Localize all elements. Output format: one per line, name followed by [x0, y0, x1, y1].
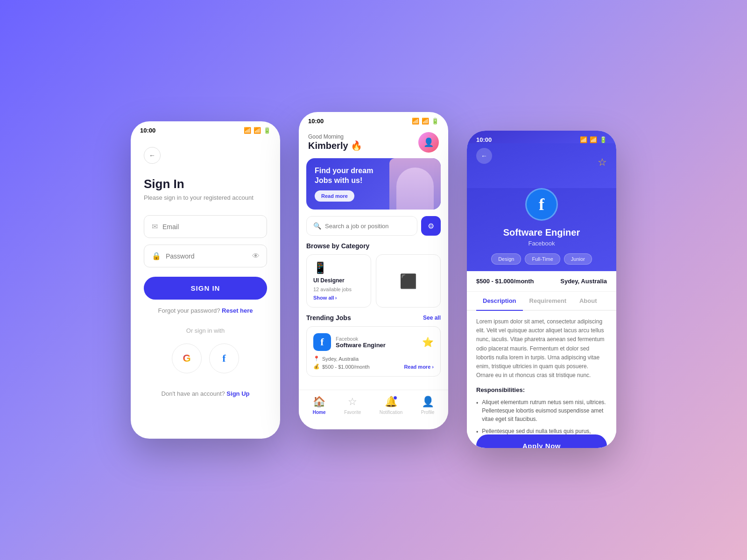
job-banner: Find your dream Jobs with us! Read more [306, 158, 441, 210]
home-icon: 🏠 [313, 396, 325, 408]
email-input[interactable] [162, 223, 259, 231]
google-button[interactable]: G [172, 343, 202, 373]
battery-icon: 🔋 [263, 127, 271, 134]
category-jobs: 12 available jobs [313, 287, 364, 292]
category-card-designer[interactable]: 📱 UI Designer 12 available jobs Show all… [306, 254, 371, 308]
company-name-large: Facebook [528, 240, 555, 247]
wifi-icon-3: 📶 [580, 136, 587, 143]
google-icon: G [183, 352, 190, 364]
white-content: $500 - $1.000/month Sydey, Australia Des… [467, 271, 616, 448]
time-1: 10:00 [140, 127, 155, 134]
tab-about[interactable]: About [573, 292, 604, 311]
banner-text: Find your dream Jobs with us! [315, 166, 389, 186]
fb-logo-icon: f [313, 333, 331, 351]
browse-section-header: Browse by Category [299, 236, 448, 254]
greeting-text: Good Morning [308, 133, 362, 140]
job-title: Software Enginer [336, 342, 417, 349]
email-field[interactable]: ✉ [144, 215, 267, 238]
search-input[interactable] [325, 223, 410, 230]
signin-button[interactable]: SIGN IN [144, 277, 267, 300]
status-bar-3: 10:00 📶 📶 🔋 [476, 136, 607, 143]
nav-notification-label: Notification [380, 410, 402, 415]
eye-icon[interactable]: 👁 [252, 252, 260, 260]
signin-title: Sign In [144, 177, 267, 191]
email-icon: ✉ [152, 222, 158, 231]
lock-icon: 🔒 [152, 252, 161, 260]
company-name: Facebook [336, 336, 417, 342]
category-grid: 📱 UI Designer 12 available jobs Show all… [299, 254, 448, 308]
search-wrap[interactable]: 🔍 [306, 216, 417, 236]
forgot-password-text: Forgot your password? Reset here [144, 307, 267, 314]
back-button[interactable]: ← [144, 147, 161, 164]
tab-description[interactable]: Description [476, 292, 523, 311]
phone-job-detail: 10:00 📶 📶 🔋 ← ☆ f Software Enginer Faceb… [467, 131, 616, 448]
battery-icon-3: 🔋 [599, 136, 607, 143]
show-all-link[interactable]: Show all › [313, 295, 364, 301]
avatar-image: 👤 [418, 132, 439, 153]
job-info: Facebook Software Enginer [336, 336, 417, 349]
location-icon: 📍 [313, 356, 320, 362]
signal-icon: 📶 [254, 127, 261, 134]
phone-home: 10:00 📶 📶 🔋 Good Morning Kimberly 🔥 👤 Fi… [299, 112, 448, 429]
filter-icon: ⚙ [428, 222, 434, 231]
filter-button[interactable]: ⚙ [421, 216, 441, 236]
designer-icon: 📱 [313, 261, 364, 274]
nav-profile[interactable]: 👤 Profile [421, 396, 434, 415]
search-icon: 🔍 [313, 222, 321, 230]
bookmark-icon[interactable]: ⭐ [422, 336, 434, 348]
job-location: 📍 Sydey, Australia [313, 356, 434, 362]
see-all-link[interactable]: See all [423, 315, 441, 321]
user-name: Kimberly 🔥 [308, 140, 362, 151]
signal-icon-3: 📶 [590, 136, 597, 143]
fb-icon-large: f [539, 195, 544, 214]
salary-location: $500 - $1.000/month Sydey, Australia [467, 271, 616, 292]
status-icons-2: 📶 📶 🔋 [412, 118, 439, 125]
nav-favorite[interactable]: ☆ Favorite [344, 396, 361, 415]
wifi-icon: 📶 [244, 127, 251, 134]
status-icons-3: 📶 📶 🔋 [580, 136, 607, 143]
save-icon[interactable]: ☆ [598, 156, 607, 168]
category-card-other[interactable]: ⬛ [376, 254, 441, 308]
tag-junior: Junior [564, 253, 592, 265]
responsibility-1: • Aliquet elementum rutrum netus sem nis… [476, 398, 607, 423]
read-more-link[interactable]: Read more › [404, 364, 434, 370]
password-input[interactable] [166, 252, 247, 260]
company-section: f Software Enginer Facebook Design Full-… [467, 188, 616, 276]
bullet-1: • [476, 399, 478, 407]
home-header: Good Morning Kimberly 🔥 👤 [299, 128, 448, 158]
job-meta: 📍 Sydey, Australia 💰 $500 - $1.000/month… [313, 356, 434, 370]
facebook-button[interactable]: f [209, 343, 239, 373]
social-buttons: G f [144, 343, 267, 373]
reset-link[interactable]: Reset here [222, 307, 253, 314]
job-header: f Facebook Software Enginer ⭐ [313, 333, 434, 351]
other-category-icon: ⬛ [400, 273, 417, 289]
signup-link[interactable]: Sign Up [226, 390, 249, 397]
status-bar-3-wrap: 10:00 📶 📶 🔋 [467, 131, 616, 143]
trending-section-header: Trending Jobs See all [299, 308, 448, 326]
tag-design: Design [491, 253, 521, 265]
signin-content: ← Sign In Please sign in to your registe… [131, 138, 280, 406]
nav-home-label: Home [313, 410, 326, 415]
nav-notification[interactable]: 🔔 Notification [380, 396, 402, 415]
read-more-banner-button[interactable]: Read more [315, 190, 354, 202]
search-bar: 🔍 ⚙ [306, 216, 441, 236]
back-button-3[interactable]: ← [476, 148, 492, 164]
apply-now-button[interactable]: Apply Now [476, 434, 607, 448]
bottom-nav: 🏠 Home ☆ Favorite 🔔 Notification 👤 Profi… [299, 390, 448, 422]
time-3: 10:00 [476, 136, 492, 143]
tab-requirement[interactable]: Requirement [523, 292, 573, 311]
or-divider: Or sign in with [144, 327, 267, 334]
status-bar-2: 10:00 📶 📶 🔋 [299, 112, 448, 128]
detail-tabs: Description Requirement About [467, 292, 616, 311]
password-field[interactable]: 🔒 👁 [144, 245, 267, 267]
no-account-text: Don't have an account? Sign Up [144, 390, 267, 397]
facebook-logo-large: f [525, 188, 558, 221]
battery-icon-2: 🔋 [431, 118, 439, 125]
job-description: Lorem ipsum dolor sit amet, consectetur … [467, 311, 616, 448]
nav-home[interactable]: 🏠 Home [313, 396, 326, 415]
job-location-detail: Sydey, Australia [560, 278, 607, 285]
category-name: UI Designer [313, 277, 364, 284]
detail-header: ← ☆ [467, 143, 616, 188]
trending-job-card[interactable]: f Facebook Software Enginer ⭐ 📍 Sydey, A… [306, 326, 441, 377]
bullet-2: • [476, 428, 478, 436]
